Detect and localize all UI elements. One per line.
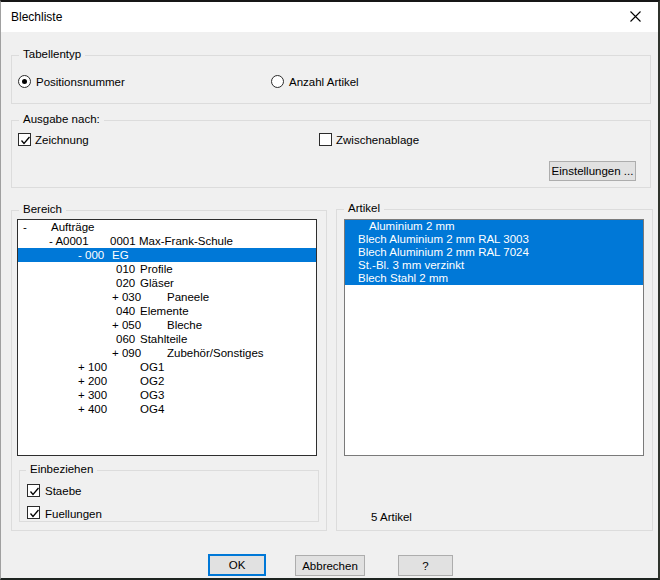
tree-node-text: 040 xyxy=(116,304,135,318)
einstellungen-button[interactable]: Einstellungen ... xyxy=(549,161,636,181)
tree-row[interactable]: 020Gläser xyxy=(18,276,316,290)
tree-node-text: + 100 xyxy=(78,360,107,374)
tabellentyp-group-label: Tabellentyp xyxy=(19,48,85,60)
tree-row[interactable]: + 050Bleche xyxy=(18,318,316,332)
tree-node-text: + 050 xyxy=(112,318,141,332)
titlebar: Blechliste xyxy=(1,2,658,32)
tree-node-text: EG xyxy=(112,248,129,262)
tree-node-text: OG2 xyxy=(140,374,164,388)
positionsnummer-radio[interactable] xyxy=(18,75,31,88)
tree-row[interactable]: + 090Zubehör/Sonstiges xyxy=(18,346,316,360)
blechliste-dialog: Blechliste Tabellentyp Positionsnummer A… xyxy=(0,0,660,580)
tree-node-text: - 000 xyxy=(78,248,104,262)
radio-dot xyxy=(22,79,27,84)
staebe-checkbox[interactable] xyxy=(27,484,40,497)
positionsnummer-radio-label[interactable]: Positionsnummer xyxy=(36,76,125,89)
tree-node-text: Profile xyxy=(140,262,173,276)
fuellungen-checkbox-label[interactable]: Fuellungen xyxy=(45,508,102,521)
tree-node-text: Aufträge xyxy=(51,220,94,234)
cancel-button[interactable]: Abbrechen xyxy=(295,555,365,576)
dialog-title: Blechliste xyxy=(11,10,62,24)
tree-row[interactable]: - A00010001Max-Frank-Schule xyxy=(18,234,316,248)
zeichnung-checkbox[interactable] xyxy=(18,133,31,146)
tree-node-text: + 300 xyxy=(78,388,107,402)
anzahl-artikel-radio[interactable] xyxy=(271,75,284,88)
tree-node-text: - xyxy=(23,220,27,234)
tree-node-text: OG3 xyxy=(140,388,164,402)
tree-node-text: + 200 xyxy=(78,374,107,388)
checkmark-icon xyxy=(28,485,41,498)
tree-node-text: + 030 xyxy=(112,290,141,304)
tree-node-text: 020 xyxy=(116,276,135,290)
zwischenablage-checkbox-label[interactable]: Zwischenablage xyxy=(336,134,419,147)
close-button[interactable] xyxy=(618,5,652,29)
artikel-list[interactable]: Aluminium 2 mmBlech Aluminium 2 mm RAL 3… xyxy=(344,219,644,456)
artikel-item[interactable]: Aluminium 2 mm xyxy=(345,220,643,233)
tree-node-text: Zubehör/Sonstiges xyxy=(167,346,264,360)
artikel-item[interactable]: Blech Stahl 2 mm xyxy=(345,272,643,285)
ok-button[interactable]: OK xyxy=(208,554,266,576)
tree-row[interactable]: -Aufträge xyxy=(18,220,316,234)
tree-row[interactable]: 010Profile xyxy=(18,262,316,276)
tree-node-text: OG1 xyxy=(140,360,164,374)
tree-row[interactable]: + 300OG3 xyxy=(18,388,316,402)
tree-row[interactable]: 060Stahlteile xyxy=(18,332,316,346)
zwischenablage-checkbox[interactable] xyxy=(319,133,332,146)
tree-row[interactable]: + 400OG4 xyxy=(18,402,316,416)
ausgabe-group-label: Ausgabe nach: xyxy=(19,113,104,125)
tree-node-text: 010 xyxy=(116,262,135,276)
tree-node-text: Elemente xyxy=(140,304,189,318)
bereich-group-label: Bereich xyxy=(19,203,66,215)
tree-node-text: Bleche xyxy=(167,318,202,332)
tree-node-text: Paneele xyxy=(167,290,209,304)
tree-node-text: 0001 xyxy=(110,234,136,248)
tree-node-text: - A0001 xyxy=(49,234,89,248)
tree-node-text: + 090 xyxy=(112,346,141,360)
tree-row[interactable]: + 100OG1 xyxy=(18,360,316,374)
artikel-item[interactable]: St.-Bl. 3 mm verzinkt xyxy=(345,259,643,272)
tree-row[interactable]: 040Elemente xyxy=(18,304,316,318)
artikel-group-label: Artikel xyxy=(344,202,384,214)
artikel-item[interactable]: Blech Aluminium 2 mm RAL 3003 xyxy=(345,233,643,246)
tree-node-text: + 400 xyxy=(78,402,107,416)
staebe-checkbox-label[interactable]: Staebe xyxy=(45,485,81,498)
tree-node-text: 060 xyxy=(116,332,135,346)
checkmark-icon xyxy=(19,134,32,147)
help-button[interactable]: ? xyxy=(398,555,453,576)
fuellungen-checkbox[interactable] xyxy=(27,506,40,519)
tree-row[interactable]: + 200OG2 xyxy=(18,374,316,388)
tree-node-text: Max-Frank-Schule xyxy=(139,234,233,248)
close-icon xyxy=(630,11,641,24)
zeichnung-checkbox-label[interactable]: Zeichnung xyxy=(35,134,89,147)
tree-node-text: OG4 xyxy=(140,402,164,416)
artikel-count: 5 Artikel xyxy=(371,511,412,523)
tree-node-text: Gläser xyxy=(140,276,174,290)
checkmark-icon xyxy=(28,507,41,520)
einbeziehen-group-label: Einbeziehen xyxy=(26,463,97,475)
bereich-tree[interactable]: -Aufträge- A00010001Max-Frank-Schule- 00… xyxy=(17,219,317,456)
tree-row-selected[interactable]: - 000EG xyxy=(18,248,316,262)
tree-row[interactable]: + 030Paneele xyxy=(18,290,316,304)
artikel-item[interactable]: Blech Aluminium 2 mm RAL 7024 xyxy=(345,246,643,259)
tree-node-text: Stahlteile xyxy=(140,332,187,346)
anzahl-artikel-radio-label[interactable]: Anzahl Artikel xyxy=(289,76,359,89)
